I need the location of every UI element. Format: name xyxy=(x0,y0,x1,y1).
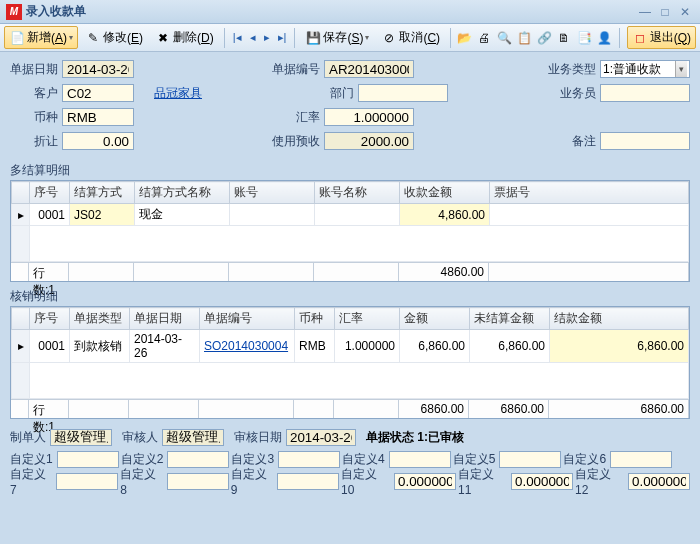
edit-button[interactable]: ✎ 修改(E) xyxy=(80,26,148,49)
nav-prev-icon[interactable]: ◂ xyxy=(247,31,259,44)
col2-rate[interactable]: 汇率 xyxy=(335,308,400,330)
row-indicator-icon: ▸ xyxy=(12,204,30,226)
exit-icon: ◻ xyxy=(632,30,648,46)
custom1-field[interactable] xyxy=(57,451,119,468)
cancel-icon: ⊘ xyxy=(381,30,397,46)
cust-code-field[interactable] xyxy=(62,84,134,102)
custom10-field[interactable] xyxy=(394,473,456,490)
col-acctname[interactable]: 账号名称 xyxy=(315,182,400,204)
header-form: 单据日期 单据编号 业务类型 1:普通收款▾ 客户 品冠家具 部门 业务员 币种… xyxy=(0,52,700,160)
table-row[interactable]: ▸ 0001 到款核销 2014-03-26 SO2014030004 RMB … xyxy=(12,330,689,363)
maker-label: 制单人 xyxy=(10,429,48,446)
remark-field[interactable] xyxy=(600,132,690,150)
currency-field[interactable] xyxy=(62,108,134,126)
tool-icon-6[interactable]: 🗎 xyxy=(556,30,572,46)
prepaid-label: 使用预收 xyxy=(268,133,324,150)
cancel-button[interactable]: ⊘ 取消(C) xyxy=(376,26,445,49)
nav-last-icon[interactable]: ▸| xyxy=(275,31,290,44)
custom2-field[interactable] xyxy=(167,451,229,468)
custom12-field[interactable] xyxy=(628,473,690,490)
tool-icon-5[interactable]: 🔗 xyxy=(536,30,552,46)
col-paycode[interactable]: 结算方式 xyxy=(70,182,135,204)
col2-no[interactable]: 单据编号 xyxy=(200,308,295,330)
col-amount[interactable]: 收款金额 xyxy=(400,182,490,204)
row-header xyxy=(12,182,30,204)
rate-label: 汇率 xyxy=(268,109,324,126)
footer-form: 制单人 审核人 审核日期 单据状态 1:已审核 自定义1 自定义2 自定义3 自… xyxy=(0,423,700,497)
salesman-label: 业务员 xyxy=(548,85,600,102)
audit-date-field[interactable] xyxy=(286,429,356,446)
bill-link[interactable]: SO2014030004 xyxy=(204,339,288,353)
custom4-field[interactable] xyxy=(389,451,451,468)
date-field[interactable] xyxy=(62,60,134,78)
delete-icon: ✖ xyxy=(155,30,171,46)
tool-icon-2[interactable]: 🖨 xyxy=(476,30,492,46)
table-row[interactable]: ▸ 0001 JS02 现金 4,860.00 xyxy=(12,204,689,226)
tool-icon-3[interactable]: 🔍 xyxy=(496,30,512,46)
tool-icon-8[interactable]: 👤 xyxy=(596,30,612,46)
edit-icon: ✎ xyxy=(85,30,101,46)
audit-date-label: 审核日期 xyxy=(234,429,284,446)
cust-name-link[interactable]: 品冠家具 xyxy=(154,85,202,102)
discount-label: 折让 xyxy=(10,133,62,150)
custom8-field[interactable] xyxy=(167,473,229,490)
col-seq[interactable]: 序号 xyxy=(30,182,70,204)
new-icon: 📄 xyxy=(9,30,25,46)
discount-field[interactable] xyxy=(62,132,134,150)
grid-footer: 行数:1 4860.00 xyxy=(11,262,689,281)
custom7-field[interactable] xyxy=(56,473,118,490)
exit-button[interactable]: ◻ 退出(Q) xyxy=(627,26,696,49)
no-label: 单据编号 xyxy=(268,61,324,78)
prepaid-field[interactable] xyxy=(324,132,414,150)
col2-date[interactable]: 单据日期 xyxy=(130,308,200,330)
col2-cur[interactable]: 币种 xyxy=(295,308,335,330)
tool-icon-4[interactable]: 📋 xyxy=(516,30,532,46)
separator xyxy=(450,28,451,48)
custom9-field[interactable] xyxy=(277,473,339,490)
dept-label: 部门 xyxy=(302,85,358,102)
title-bar: M 录入收款单 — □ ✕ xyxy=(0,0,700,24)
separator xyxy=(294,28,295,48)
section-settlement-label: 多结算明细 xyxy=(0,160,700,180)
no-field[interactable] xyxy=(324,60,414,78)
nav-next-icon[interactable]: ▸ xyxy=(261,31,273,44)
col-acct[interactable]: 账号 xyxy=(230,182,315,204)
delete-button[interactable]: ✖ 删除(D) xyxy=(150,26,219,49)
col2-amt[interactable]: 金额 xyxy=(400,308,470,330)
salesman-field[interactable] xyxy=(600,84,690,102)
status-label: 单据状态 1:已审核 xyxy=(358,429,464,446)
auditor-field[interactable] xyxy=(162,429,224,446)
close-button[interactable]: ✕ xyxy=(676,5,694,19)
new-button[interactable]: 📄 新增(A)▾ xyxy=(4,26,78,49)
custom3-field[interactable] xyxy=(278,451,340,468)
writeoff-grid: 序号 单据类型 单据日期 单据编号 币种 汇率 金额 未结算金额 结款金额 ▸ … xyxy=(10,306,690,419)
window-title: 录入收款单 xyxy=(26,3,634,20)
auditor-label: 审核人 xyxy=(122,429,160,446)
chevron-down-icon: ▾ xyxy=(675,61,687,77)
separator xyxy=(619,28,620,48)
col2-settle[interactable]: 结款金额 xyxy=(550,308,689,330)
col2-type[interactable]: 单据类型 xyxy=(70,308,130,330)
maximize-button[interactable]: □ xyxy=(656,5,674,19)
col-payname[interactable]: 结算方式名称 xyxy=(135,182,230,204)
minimize-button[interactable]: — xyxy=(636,5,654,19)
app-icon: M xyxy=(6,4,22,20)
nav-first-icon[interactable]: |◂ xyxy=(230,31,245,44)
col2-open[interactable]: 未结算金额 xyxy=(470,308,550,330)
custom11-field[interactable] xyxy=(511,473,573,490)
date-label: 单据日期 xyxy=(10,61,62,78)
settlement-grid: 序号 结算方式 结算方式名称 账号 账号名称 收款金额 票据号 ▸ 0001 J… xyxy=(10,180,690,282)
tool-icon-7[interactable]: 📑 xyxy=(576,30,592,46)
separator xyxy=(224,28,225,48)
row-indicator-icon: ▸ xyxy=(12,330,30,363)
rate-field[interactable] xyxy=(324,108,414,126)
cust-label: 客户 xyxy=(10,85,62,102)
dept-field[interactable] xyxy=(358,84,448,102)
biztype-select[interactable]: 1:普通收款▾ xyxy=(600,60,690,78)
col2-seq[interactable]: 序号 xyxy=(30,308,70,330)
save-button[interactable]: 💾 保存(S)▾ xyxy=(300,26,374,49)
biztype-label: 业务类型 xyxy=(548,61,600,78)
tool-icon-1[interactable]: 📂 xyxy=(456,30,472,46)
col-billno[interactable]: 票据号 xyxy=(490,182,689,204)
maker-field[interactable] xyxy=(50,429,112,446)
